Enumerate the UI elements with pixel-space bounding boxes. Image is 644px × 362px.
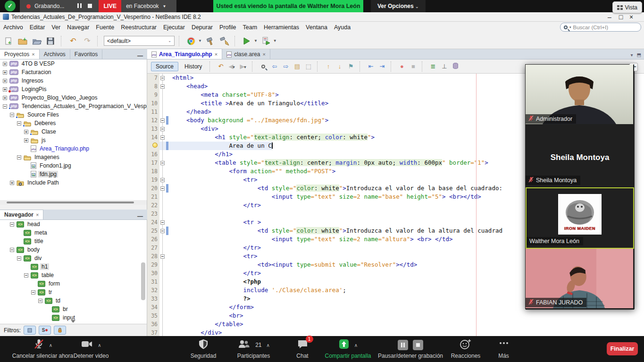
tab-favoritos[interactable]: Favoritos — [70, 50, 102, 59]
participants-button[interactable]: 21∧Participantes — [231, 338, 276, 361]
menu-navegar[interactable]: Navegar — [64, 23, 92, 32]
participant-tile[interactable]: Administrador — [526, 65, 634, 126]
collapse-icon[interactable]: − — [10, 222, 14, 227]
next-occurrence-icon[interactable]: ⇨ — [282, 63, 290, 70]
tree-item[interactable]: <>form — [0, 279, 147, 288]
fold-collapse-icon[interactable]: − — [160, 220, 165, 225]
tree-item[interactable]: −<>table — [0, 271, 147, 279]
close-icon[interactable]: × — [263, 51, 266, 57]
tree-item[interactable]: −Source Files — [0, 110, 147, 119]
menu-reestructurar[interactable]: Reestructurar — [117, 23, 160, 32]
source-view-button[interactable]: Source — [151, 62, 178, 71]
tree-item[interactable]: +phpProyecto_Blog_Video_Juegos — [0, 93, 147, 102]
collapse-icon[interactable]: − — [38, 299, 42, 303]
redo-button[interactable]: ↷ — [82, 35, 93, 47]
tree-item[interactable]: <>br — [0, 305, 147, 313]
collapse-icon[interactable]: − — [24, 273, 28, 278]
more-button[interactable]: Más — [491, 338, 517, 361]
back-icon[interactable]: ◀▼ — [228, 63, 236, 70]
vista-button[interactable]: Vista — [612, 1, 642, 13]
close-button[interactable]: × — [627, 13, 636, 21]
uncomment-icon[interactable]: ⊥ — [440, 63, 448, 70]
code-line[interactable]: 36 </table> — [147, 320, 644, 328]
previous-occurrence-icon[interactable]: ⇦ — [270, 63, 278, 70]
filter-static-button[interactable]: S — [39, 326, 51, 335]
expand-icon[interactable]: + — [10, 181, 14, 185]
editor-tab-clase.area[interactable]: phpclase.area× — [222, 49, 270, 59]
chevron-up-icon[interactable]: ∧ — [49, 343, 52, 348]
chat-button[interactable]: 1Chat — [291, 338, 314, 361]
fold-collapse-icon[interactable]: − — [160, 76, 165, 80]
stop-macro-icon[interactable]: ■ — [409, 63, 417, 70]
expand-icon[interactable]: + — [3, 70, 7, 75]
pause-recording-icon[interactable] — [398, 340, 408, 350]
menu-fuente[interactable]: Fuente — [92, 23, 117, 32]
next-bookmark-icon[interactable]: ↓ — [335, 63, 343, 70]
fold-collapse-icon[interactable]: − — [160, 118, 165, 123]
tree-item[interactable]: −<>div — [0, 254, 147, 262]
previous-bookmark-icon[interactable]: ↑ — [324, 63, 332, 70]
close-icon[interactable]: × — [32, 51, 34, 57]
new-file-button[interactable]: + — [3, 35, 14, 47]
stop-recording-button[interactable] — [82, 3, 92, 9]
run-button[interactable] — [241, 35, 252, 47]
tab-list-dropdown-icon[interactable]: ▾ — [631, 52, 633, 58]
tree-item[interactable]: phpArea_Triangulo.php — [0, 144, 147, 153]
open-project-button[interactable] — [31, 35, 42, 47]
debug-button[interactable] — [260, 35, 272, 47]
maximize-editor-icon[interactable]: ⬒ — [637, 52, 641, 58]
end-meeting-button[interactable]: Finalizar — [607, 342, 638, 355]
history-view-button[interactable]: History — [182, 62, 205, 71]
tree-item[interactable]: +js — [0, 136, 147, 144]
share-button[interactable]: ∧Compartir pantalla — [321, 338, 375, 361]
clean-build-button[interactable] — [219, 35, 230, 47]
tab-archivos[interactable]: Archivos — [40, 50, 70, 59]
find-icon[interactable] — [259, 63, 267, 70]
close-icon[interactable]: × — [215, 51, 217, 57]
tree-item[interactable]: +php4TO B VESP — [0, 59, 147, 68]
hint-bulb-icon[interactable] — [152, 143, 158, 148]
forward-icon[interactable]: ▶▼ — [239, 63, 247, 70]
new-project-button[interactable]: + — [17, 35, 28, 47]
fold-collapse-icon[interactable]: − — [160, 178, 165, 182]
rectangular-selection-icon[interactable]: ⬚ — [304, 63, 312, 70]
tree-item[interactable]: +phpLogingPis — [0, 85, 147, 93]
browser-dropdown-icon[interactable]: ▼ — [198, 39, 202, 43]
filter-private-button[interactable] — [54, 326, 66, 335]
debug-dropdown-icon[interactable]: ▼ — [273, 39, 277, 43]
maximize-button[interactable]: □ — [617, 13, 625, 21]
chevron-up-icon[interactable]: ∧ — [354, 343, 358, 348]
collapse-icon[interactable]: − — [17, 256, 21, 261]
tree-item[interactable]: +phpFacturacion — [0, 68, 147, 76]
collapse-icon[interactable]: − — [17, 121, 21, 126]
participant-tile[interactable]: IRON MAIDENWalther Mora León — [526, 187, 634, 249]
tab-navegador[interactable]: Navegador× — [0, 210, 43, 219]
fold-collapse-icon[interactable]: − — [160, 186, 165, 191]
expand-icon[interactable]: + — [24, 130, 28, 134]
toggle-bookmark-icon[interactable]: ⚑ — [347, 63, 355, 70]
close-icon[interactable]: × — [36, 212, 39, 218]
pause-recording-button[interactable] — [76, 3, 82, 9]
toggle-highlight-icon[interactable]: ▤ — [293, 63, 301, 70]
record-button[interactable]: Pausar/detener grabación — [377, 338, 443, 361]
expand-icon[interactable]: + — [3, 87, 7, 92]
menu-ventana[interactable]: Ventana — [302, 23, 331, 32]
scrollbar-thumb[interactable] — [7, 202, 134, 203]
shift-left-icon[interactable]: ⇤ — [367, 63, 375, 70]
fold-collapse-icon[interactable]: − — [160, 84, 165, 89]
tree-item[interactable]: −<>body — [0, 245, 147, 254]
tree-item[interactable]: Fondon1.jpg — [0, 161, 147, 170]
menu-depurar[interactable]: Depurar — [188, 23, 216, 32]
collapse-icon[interactable]: − — [17, 155, 21, 160]
menu-ver[interactable]: Ver — [48, 23, 64, 32]
minimize-panel-icon[interactable]: — — [133, 52, 147, 59]
search-input[interactable]: ▾ Buscar (Ctrl+I) — [560, 23, 641, 32]
code-line[interactable]: 35 <br> — [147, 311, 644, 320]
expand-icon[interactable]: + — [24, 138, 28, 143]
menu-team[interactable]: Team — [239, 23, 260, 32]
tree-item[interactable]: −<>td — [0, 296, 147, 305]
collapse-icon[interactable]: − — [31, 290, 35, 295]
shift-right-icon[interactable]: ⇥ — [378, 63, 386, 70]
menu-ayuda[interactable]: Ayuda — [331, 23, 354, 32]
menu-herramientas[interactable]: Herramientas — [260, 23, 302, 32]
